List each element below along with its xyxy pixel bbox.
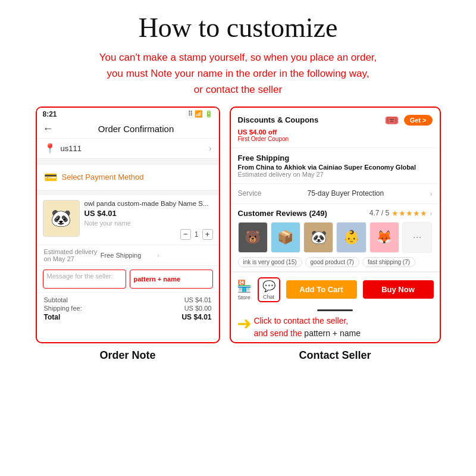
reviews-section: Customer Reviews (249) 4.7 / 5 ★★★★★ › 🐻… [231,204,440,272]
contact-seller-panel: Discounts & Coupons 🎟️ Get > US $4.00 of… [230,107,441,343]
shipping-via: via Cainiao Super Economy Global [308,164,416,171]
note-text: pattern + name [134,275,181,283]
wifi-icon: 📶 [195,110,203,118]
chat-icon-button[interactable]: 💬 Chat [258,277,280,302]
service-label: Service [238,189,262,198]
product-qty-row: − 1 + [84,229,213,240]
store-icon: 🏪 [237,279,252,293]
service-chevron-icon: › [430,189,432,198]
reviews-rating: 4.7 / 5 ★★★★★ › [369,209,433,218]
total-label: Total [44,313,61,321]
page-title: How to customize [139,12,338,43]
shipping-section: Free Shipping From China to Akhiok via C… [231,148,440,184]
product-row: 🐼 owl panda custom-made Baby Name S... U… [37,195,219,245]
review-more-icon: ··· [402,222,432,253]
review-image-2: 📦 [271,222,300,253]
store-icon-button[interactable]: 🏪 Store [237,279,252,300]
product-note: Note your name [84,220,213,227]
contact-seller-label: Contact Seller [230,349,441,362]
location-icon: 📍 [44,143,56,154]
message-input[interactable]: Message for the seller: [43,270,126,289]
review-tag-2[interactable]: good product (7) [305,257,359,267]
review-image-4: 👶 [336,222,366,253]
order-confirmation-title: Order Confirmation [60,124,213,134]
to-label: to [276,164,282,171]
location-row[interactable]: 📍 us111 › [37,139,219,159]
chevron-right-icon: › [209,143,212,153]
annotation-text: Click to contact the seller, and send th… [254,315,361,340]
chat-label: Chat [263,294,274,300]
shipping-fee-value: US $0.00 [184,305,212,312]
discounts-label: Discounts & Coupons [238,115,319,124]
action-bar: 🏪 Store 💬 Chat Add To Cart Buy Now [231,272,440,307]
shipping-fee-label: Shipping fee: [44,305,82,312]
shipping-row: Shipping fee: US $0.00 [44,305,212,312]
review-image-5: 🦊 [369,222,399,253]
review-tags: ink is very good (15) good product (7) f… [238,257,433,267]
battery-icon: 🔋 [205,110,213,118]
signal-icon: ⠿ [188,110,193,118]
yellow-arrow-icon: ➜ [237,315,252,333]
phone-time: 8:21 [43,110,57,118]
total-row: Total US $4.01 [44,313,212,321]
product-image: 🐼 [43,200,80,237]
get-coupon-button[interactable]: Get > [404,115,433,126]
service-value: 75-day Buyer Protection [307,189,384,198]
review-image-3: 🐼 [303,222,333,253]
product-details: owl panda custom-made Baby Name S... US … [84,200,213,240]
shipping-description: From China to Akhiok via Cainiao Super E… [238,164,433,171]
reviews-chevron-icon: › [430,209,432,218]
delivery-text: Estimated delivery on May 27 [44,248,98,262]
service-section: Service 75-day Buyer Protection › [231,184,440,204]
discounts-section: Discounts & Coupons 🎟️ Get > US $4.00 of… [231,108,440,148]
subtitle: You can't make a stamp yourself, so when… [99,49,377,98]
total-value: US $4.01 [181,313,211,321]
store-label: Store [237,295,250,300]
location-text: us111 [61,144,204,153]
phone-icons: ⠿ 📶 🔋 [188,110,213,118]
note-to-seller-input[interactable]: pattern + name [130,270,213,289]
pattern-name-text: pattern + name [304,328,361,338]
free-shipping-title: Free Shipping [238,154,433,162]
free-shipping-label: Free Shipping [101,252,155,259]
subtotal-value: US $4.01 [184,296,212,303]
delivery-estimate: Estimated delivery on May 27 [238,171,433,178]
phone-nav: ← Order Confirmation [37,120,219,139]
product-price: US $4.01 [84,209,213,218]
coupon-icon: 🎟️ [384,113,399,127]
totals-section: Subtotal US $4.01 Shipping fee: US $0.00… [37,293,219,326]
subtotal-row: Subtotal US $4.01 [44,296,212,303]
payment-label: Select Payment Method [62,173,144,181]
rating-value: 4.7 / 5 [369,209,389,217]
review-image-1: 🐻 [238,222,268,253]
phone-status-bar: 8:21 ⠿ 📶 🔋 [37,108,219,120]
order-note-panel: 8:21 ⠿ 📶 🔋 ← Order Confirmation 📍 us111 … [36,107,220,343]
product-name: owl panda custom-made Baby Name S... [84,200,213,207]
add-to-cart-button[interactable]: Add To Cart [286,280,357,299]
payment-row[interactable]: 💳 Select Payment Method [37,165,219,190]
delivery-chevron-icon: › [157,252,211,259]
buy-now-button[interactable]: Buy Now [363,280,434,299]
qty-value: 1 [195,230,199,239]
back-arrow-icon[interactable]: ← [43,123,54,135]
delivery-row: Estimated delivery on May 27 Free Shippi… [37,245,219,266]
review-images: 🐻 📦 🐼 👶 🦊 ··· [238,222,433,253]
subtotal-label: Subtotal [44,296,68,303]
review-tag-1[interactable]: ink is very good (15) [238,257,302,267]
first-order-label: First Order Coupon [238,136,433,142]
to-location: Akhiok [284,164,306,171]
from-label: From [238,164,255,171]
payment-icon: 💳 [44,171,57,184]
review-tag-3[interactable]: fast shipping (7) [362,257,415,267]
from-country: China [256,164,274,171]
annotation: ➜ Click to contact the seller, and send … [231,311,440,342]
stars-icon: ★★★★★ [392,209,427,218]
message-placeholder: Message for the seller: [47,273,113,280]
qty-plus-button[interactable]: + [202,229,213,240]
message-note-row: Message for the seller: pattern + name [37,266,219,293]
qty-minus-button[interactable]: − [180,229,191,240]
reviews-title: Customer Reviews (249) [238,209,327,218]
discount-amount: US $4.00 off [238,129,433,136]
order-note-label: Order Note [36,349,220,362]
chat-icon: 💬 [262,280,275,293]
